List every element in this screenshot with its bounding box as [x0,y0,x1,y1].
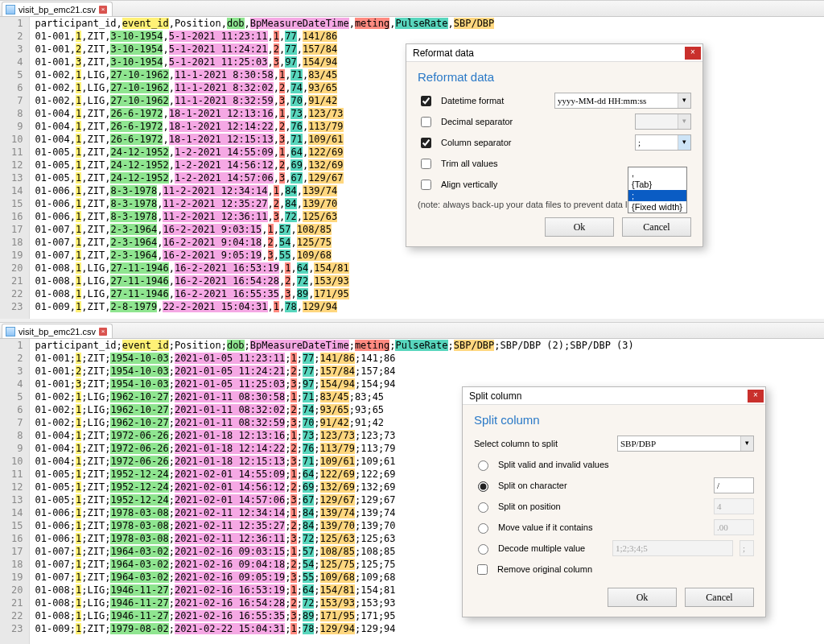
decode-radio[interactable] [478,544,488,555]
decode-sep-input [740,540,754,556]
datetime-value: yyyy-MM-dd HH:mm:ss [558,96,646,105]
tabbar-top: visit_bp_emc21.csv × [0,1,824,17]
move-value-label: Move value if it contains [498,522,707,532]
close-icon[interactable]: × [748,390,764,402]
select-column-combo[interactable]: SBP/DBP ▾ [617,436,754,452]
ok-button[interactable]: Ok [545,217,614,237]
tab-label: visit_bp_emc21.csv [19,327,96,336]
column-sep-label: Column separator [441,138,628,147]
chevron-down-icon[interactable]: ▾ [740,436,753,451]
decimal-checkbox[interactable] [421,117,431,127]
remove-orig-label: Remove original column [497,564,754,574]
split-pos-radio[interactable] [478,502,488,513]
close-icon[interactable]: × [99,6,107,14]
remove-orig-checkbox[interactable] [477,564,488,575]
trim-checkbox[interactable] [421,159,431,169]
align-checkbox[interactable] [421,180,431,190]
file-tab[interactable]: visit_bp_emc21.csv × [2,324,113,338]
column-sep-checkbox[interactable] [421,138,431,148]
csv-file-icon [6,5,15,14]
split-pos-label: Split on position [498,502,707,511]
split-char-label: Split on character [498,481,707,490]
tab-label: visit_bp_emc21.csv [19,5,96,14]
select-column-value: SBP/DBP [620,439,656,448]
ok-button[interactable]: Ok [608,588,677,607]
column-sep-combo[interactable]: ; ▾ [635,134,691,151]
column-sep-value: ; [638,138,641,147]
split-pos-input [714,498,754,514]
close-icon[interactable]: × [99,328,107,336]
decimal-combo: ▾ [635,114,691,130]
dropdown-option[interactable]: ; [628,190,686,201]
tabbar-bottom: visit_bp_emc21.csv × [0,323,824,339]
datetime-combo[interactable]: yyyy-MM-dd HH:mm:ss ▾ [554,93,691,109]
split-char-radio[interactable] [478,481,488,492]
dropdown-option[interactable]: {Fixed width} [628,201,686,213]
close-icon[interactable]: × [685,47,701,60]
dialog-heading: Reformat data [418,70,691,84]
datetime-checkbox[interactable] [421,96,431,106]
decode-label: Decode multiple value [498,543,606,553]
move-value-radio[interactable] [478,523,488,534]
line-gutter: 1 2 3 4 5 6 7 8 9 10 11 12 13 14 15 16 1… [0,17,30,319]
dropdown-option[interactable]: , [628,167,686,179]
chevron-down-icon[interactable]: ▾ [678,93,690,108]
line-gutter: 1 2 3 4 5 6 7 8 9 10 11 12 13 14 15 16 1… [0,339,30,644]
decimal-label: Decimal separator [441,117,628,126]
split-column-dialog: Split column × Split column Select colum… [462,386,766,617]
datetime-label: Datetime format [441,96,548,105]
split-valid-radio[interactable] [478,460,488,471]
dialog-title: Split column [469,390,521,402]
dialog-title: Reformat data [413,47,474,59]
chevron-down-icon: ▾ [678,114,690,129]
chevron-down-icon[interactable]: ▾ [678,135,690,150]
dialog-titlebar[interactable]: Split column × [463,387,765,405]
split-valid-label: Split valid and invalid values [498,460,754,469]
select-column-label: Select column to split [474,439,611,448]
decode-input [612,540,733,556]
file-tab[interactable]: visit_bp_emc21.csv × [2,2,113,16]
dialog-heading: Split column [474,413,754,427]
reformat-dialog: Reformat data × Reformat data Datetime f… [406,43,703,247]
cancel-button[interactable]: Cancel [685,588,754,607]
column-sep-dropdown-list[interactable]: ,{Tab};{Fixed width} [628,167,687,213]
split-char-input[interactable] [714,477,754,493]
cancel-button[interactable]: Cancel [622,217,691,237]
csv-file-icon [6,327,15,336]
dropdown-option[interactable]: {Tab} [628,179,686,190]
dialog-titlebar[interactable]: Reformat data × [406,44,702,62]
move-value-input [714,519,754,535]
